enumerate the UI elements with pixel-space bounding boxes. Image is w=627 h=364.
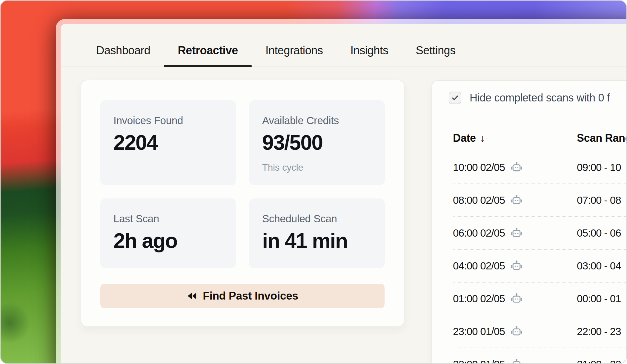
hide-completed-label[interactable]: Hide completed scans with 0 f <box>470 92 610 104</box>
scan-date-text: 23:00 01/05 <box>453 326 505 337</box>
scan-date-cell: 23:00 01/05 <box>453 325 577 338</box>
tab-label: Insights <box>350 44 388 57</box>
tab-label: Retroactive <box>178 44 238 57</box>
stat-tile-scheduled-scan: Scheduled Scan in 41 min <box>249 198 385 268</box>
stat-tile-last-scan: Last Scan 2h ago <box>100 198 236 268</box>
column-header-date[interactable]: Date ↓ <box>453 132 577 144</box>
scan-date-text: 04:00 02/05 <box>453 260 505 272</box>
robot-icon <box>510 161 523 174</box>
tab-label: Settings <box>416 44 455 57</box>
date-header-label: Date <box>453 132 476 144</box>
scan-date-text: 10:00 02/05 <box>453 161 505 173</box>
active-tab-underline <box>164 65 251 67</box>
tab-dashboard[interactable]: Dashboard <box>82 35 164 67</box>
scan-row[interactable]: 08:00 02/05 07:00 - 08 <box>453 184 627 217</box>
stat-value: 2h ago <box>113 229 177 253</box>
scan-date-text: 06:00 02/05 <box>453 227 505 239</box>
robot-icon <box>510 226 523 240</box>
scan-range-cell: 22:00 - 23 <box>577 326 627 337</box>
stat-label: Scheduled Scan <box>262 213 337 225</box>
app-window: Dashboard Retroactive Integrations Insig… <box>56 19 627 364</box>
hide-completed-checkbox[interactable] <box>449 92 461 104</box>
tab-bar: Dashboard Retroactive Integrations Insig… <box>61 24 627 67</box>
tab-insights[interactable]: Insights <box>336 35 402 67</box>
robot-icon <box>510 259 523 273</box>
scan-date-text: 22:00 01/05 <box>453 358 505 364</box>
stat-value: in 41 min <box>262 229 347 253</box>
rewind-icon <box>187 291 197 301</box>
app-window-content: Dashboard Retroactive Integrations Insig… <box>61 24 627 364</box>
stat-tile-invoices-found: Invoices Found 2204 <box>100 100 236 185</box>
scan-range-cell: 00:00 - 01 <box>577 293 627 305</box>
scan-date-cell: 04:00 02/05 <box>453 259 577 273</box>
scan-row[interactable]: 01:00 02/05 00:00 - 01 <box>453 283 627 315</box>
robot-icon <box>510 193 523 207</box>
filter-row: Hide completed scans with 0 f <box>449 92 610 104</box>
stat-value: 2204 <box>113 131 158 155</box>
scan-range-cell: 05:00 - 06 <box>577 227 627 239</box>
find-past-invoices-button[interactable]: Find Past Invoices <box>100 284 385 308</box>
scan-range-cell: 09:00 - 10 <box>577 161 627 173</box>
stat-tiles-grid: Invoices Found 2204 Available Credits 93… <box>100 100 385 268</box>
stat-value: 93/500 <box>262 131 322 155</box>
tab-label: Integrations <box>265 44 323 57</box>
scan-date-cell: 10:00 02/05 <box>453 161 577 174</box>
stat-label: Available Credits <box>262 115 339 127</box>
scan-history-panel: Hide completed scans with 0 f Date ↓ Sca… <box>431 80 627 364</box>
scan-row[interactable]: 04:00 02/05 03:00 - 04 <box>453 250 627 283</box>
scan-date-text: 01:00 02/05 <box>453 293 505 305</box>
stat-tile-available-credits: Available Credits 93/500 This cycle <box>249 100 385 185</box>
stat-note: This cycle <box>262 162 303 173</box>
stat-label: Last Scan <box>113 213 159 225</box>
checkmark-icon <box>451 94 459 102</box>
scan-table-header: Date ↓ Scan Rang <box>453 126 627 151</box>
scan-summary-card: Invoices Found 2204 Available Credits 93… <box>81 80 405 327</box>
scan-row[interactable]: 23:00 01/05 22:00 - 23 <box>453 315 627 348</box>
scan-range-cell: 21:00 - 22 <box>577 358 627 364</box>
scan-range-cell: 07:00 - 08 <box>577 194 627 206</box>
find-past-invoices-label: Find Past Invoices <box>203 290 298 302</box>
scan-row[interactable]: 22:00 01/05 21:00 - 22 <box>453 348 627 364</box>
tab-retroactive[interactable]: Retroactive <box>164 35 251 67</box>
scan-date-cell: 22:00 01/05 <box>453 357 577 364</box>
robot-icon <box>510 325 523 338</box>
scan-date-cell: 06:00 02/05 <box>453 226 577 240</box>
scan-range-cell: 03:00 - 04 <box>577 260 627 272</box>
scan-date-text: 08:00 02/05 <box>453 194 505 206</box>
robot-icon <box>510 292 523 306</box>
scan-date-cell: 08:00 02/05 <box>453 193 577 207</box>
sort-descending-icon: ↓ <box>480 132 485 144</box>
scan-row[interactable]: 10:00 02/05 09:00 - 10 <box>453 151 627 184</box>
tab-settings[interactable]: Settings <box>402 35 469 67</box>
scan-date-cell: 01:00 02/05 <box>453 292 577 306</box>
screenshot-frame: Dashboard Retroactive Integrations Insig… <box>0 0 627 364</box>
scan-table: Date ↓ Scan Rang 10:00 02/05 09:00 - 10 <box>453 126 627 364</box>
tab-label: Dashboard <box>96 44 150 57</box>
robot-icon <box>510 357 523 364</box>
column-header-scan-range: Scan Rang <box>577 132 627 144</box>
stat-label: Invoices Found <box>113 115 183 127</box>
scan-row[interactable]: 06:00 02/05 05:00 - 06 <box>453 217 627 250</box>
tab-integrations[interactable]: Integrations <box>252 35 337 67</box>
